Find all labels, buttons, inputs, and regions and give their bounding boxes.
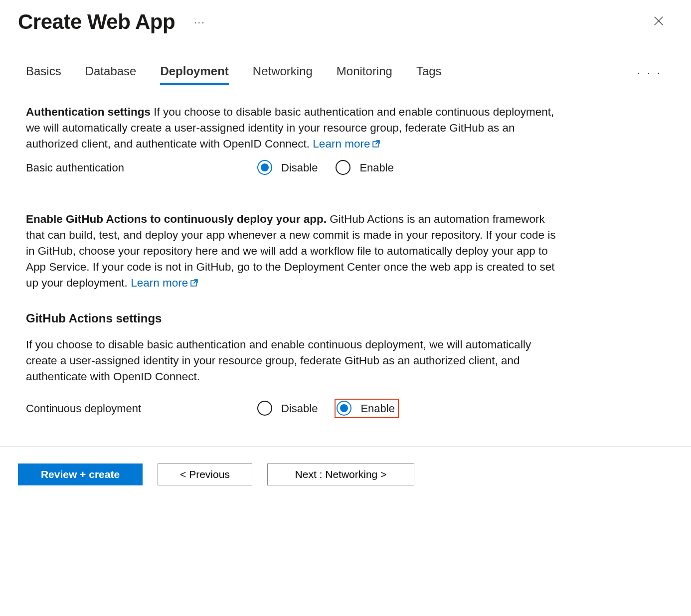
auth-learn-more-link[interactable]: Learn more <box>313 138 380 150</box>
radio-icon <box>336 160 350 175</box>
auth-learn-more-text: Learn more <box>313 138 370 150</box>
gha-settings-body: If you choose to disable basic authentic… <box>26 337 559 385</box>
svg-line-5 <box>194 280 197 283</box>
tab-tags[interactable]: Tags <box>416 61 442 85</box>
continuous-deployment-label: Continuous deployment <box>26 401 256 416</box>
external-link-icon <box>190 276 198 284</box>
radio-icon <box>257 401 272 416</box>
next-button[interactable]: Next : Networking > <box>267 463 414 485</box>
tab-basics[interactable]: Basics <box>26 61 61 85</box>
svg-line-3 <box>376 141 379 144</box>
basic-auth-disable-label: Disable <box>281 160 318 175</box>
gha-settings-heading: GitHub Actions settings <box>26 310 665 327</box>
close-button[interactable] <box>650 12 667 31</box>
basic-auth-enable-option[interactable]: Enable <box>335 159 397 176</box>
basic-auth-row: Basic authentication Disable Enable <box>26 159 665 176</box>
close-icon <box>653 19 664 28</box>
basic-auth-enable-label: Enable <box>359 160 394 175</box>
auth-settings-lead: Authentication settings <box>26 106 151 118</box>
gha-lead: Enable GitHub Actions to continuously de… <box>26 213 327 225</box>
tab-networking[interactable]: Networking <box>253 61 313 85</box>
wizard-tabs: Basics Database Deployment Networking Mo… <box>26 61 442 85</box>
basic-auth-label: Basic authentication <box>26 160 256 175</box>
basic-auth-radio-group: Disable Enable <box>256 159 397 176</box>
cd-disable-option[interactable]: Disable <box>256 400 321 417</box>
auth-settings-description: Authentication settings If you choose to… <box>26 104 559 152</box>
tabs-overflow-button[interactable]: · · · <box>634 67 665 80</box>
basic-auth-disable-option[interactable]: Disable <box>256 159 321 176</box>
title-overflow-button[interactable]: ··· <box>190 14 209 30</box>
radio-icon <box>257 160 272 175</box>
gha-description: Enable GitHub Actions to continuously de… <box>26 211 559 291</box>
cd-enable-option[interactable]: Enable <box>335 399 399 418</box>
cd-enable-label: Enable <box>360 401 395 416</box>
tab-monitoring[interactable]: Monitoring <box>337 61 392 85</box>
panel-header: Create Web App ··· <box>18 10 673 34</box>
page-title: Create Web App <box>18 10 175 34</box>
tab-deployment[interactable]: Deployment <box>160 61 228 85</box>
external-link-icon <box>372 137 380 145</box>
cd-disable-label: Disable <box>281 401 318 416</box>
review-create-button[interactable]: Review + create <box>18 463 143 485</box>
tab-database[interactable]: Database <box>85 61 137 85</box>
previous-button[interactable]: < Previous <box>158 463 252 485</box>
gha-learn-more-link[interactable]: Learn more <box>131 277 198 289</box>
continuous-deployment-row: Continuous deployment Disable Enable <box>26 399 665 418</box>
gha-learn-more-text: Learn more <box>131 277 188 289</box>
wizard-footer: Review + create < Previous Next : Networ… <box>0 446 691 505</box>
continuous-deployment-radio-group: Disable Enable <box>256 399 399 418</box>
radio-icon <box>337 401 351 416</box>
